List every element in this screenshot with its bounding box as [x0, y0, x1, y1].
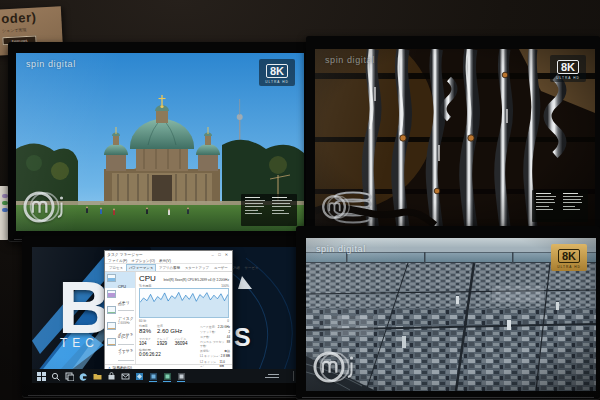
cpu-model-name: Intel(R) Xeon(R) CPU E5-2699 v4 @ 2.20GH… [163, 278, 229, 282]
close-button[interactable]: ✕ [223, 252, 230, 258]
badge-8k-ultrahd-gold: 8K ULTRA HD [551, 244, 587, 271]
spin-digital-watermark: spin digital [325, 55, 375, 65]
mail-icon[interactable] [120, 371, 130, 382]
mydrivers-watermark-logo [321, 193, 361, 221]
show-desktop-button[interactable] [293, 371, 294, 381]
cpu-utilization-graph [139, 288, 229, 318]
sidebar-item-ethernet-1[interactable]: イーサネット [105, 320, 135, 336]
ethernet-mini-graph [107, 322, 116, 330]
screen-windows-desktop: B TEC S タスク マネージャー – □ ✕ ファイル(F) オプション(O… [32, 247, 298, 383]
tab-processes[interactable]: プロセス [107, 265, 125, 271]
wallpaper-word-fragment: TEC [60, 336, 99, 350]
cpu-heading: CPU [139, 274, 156, 283]
poster-subline: ションで実現 [2, 25, 58, 33]
badge-8k-text: 8K [558, 249, 580, 263]
cpu-stats: 利用率83% 速度2.60 GHz プロセス104 スレッド1929 ハンドル3… [139, 324, 195, 359]
disk-mini-graph [107, 306, 116, 314]
wallpaper-graphic-wedge [238, 276, 252, 289]
start-button[interactable] [36, 371, 46, 382]
photos-icon[interactable] [134, 371, 144, 382]
minimize-button[interactable]: – [209, 252, 216, 258]
performance-sidebar: CPU 83% 2.60GHz メモリ ディスク 0 (C:) [105, 272, 136, 364]
graph-label-60s: 60 秒 [139, 319, 146, 323]
sidebar-item-cpu[interactable]: CPU 83% 2.60GHz [105, 272, 135, 288]
menu-view[interactable]: 表示(V) [159, 259, 171, 263]
badge-ultrahd-text: ULTRA HD [551, 265, 587, 269]
task-manager-window: タスク マネージャー – □ ✕ ファイル(F) オプション(O) 表示(V) … [104, 250, 233, 372]
badge-8k-text: 8K [266, 64, 288, 78]
monitor-top-right: spin digital 8K ULTRA HD [306, 36, 600, 240]
cpu-mini-graph [107, 274, 116, 282]
memory-mini-graph [107, 290, 116, 298]
exhibition-photo: oder) ションで実現 Features [0, 0, 600, 400]
wallpaper-letter-s: S [234, 323, 251, 352]
task-view-icon[interactable] [64, 371, 74, 382]
store-icon[interactable] [106, 371, 116, 382]
monitor-top-left: spin digital 8K ULTRA HD [8, 42, 312, 242]
maximize-button[interactable]: □ [216, 252, 223, 258]
taskbar-clock[interactable] [265, 374, 279, 379]
tab-app-history[interactable]: アプリの履歴 [157, 265, 182, 271]
badge-ultrahd-text: ULTRA HD [259, 80, 295, 84]
open-app-3-icon[interactable] [176, 371, 186, 382]
sign-pill-green [2, 201, 8, 205]
tab-startup[interactable]: スタートアップ [183, 265, 211, 271]
mydrivers-watermark-logo [312, 349, 364, 385]
windows-taskbar [32, 369, 298, 383]
badge-ultrahd-text: ULTRA HD [550, 76, 586, 80]
uptime-value: 0:06:26:22 [139, 352, 161, 357]
menu-options[interactable]: オプション(O) [131, 259, 155, 263]
screen-cityscape: spin digital 8K ULTRA HD [306, 238, 596, 391]
monitor-bottom-right: spin digital 8K ULTRA HD [296, 226, 600, 400]
screen-cathedral: spin digital 8K ULTRA HD [16, 53, 304, 231]
search-icon[interactable] [50, 371, 60, 382]
badge-8k-ultrahd: 8K ULTRA HD [550, 55, 586, 82]
poster-headline: oder) [1, 8, 58, 26]
graph-label-0: 0 [227, 319, 229, 323]
spin-digital-watermark: spin digital [316, 244, 366, 254]
cpu-utilization-value: 83% [139, 328, 151, 335]
monitor-bottom-left: B TEC S タスク マネージャー – □ ✕ ファイル(F) オプション(O… [22, 236, 305, 398]
sign-pill-purple [2, 194, 8, 198]
spin-digital-watermark: spin digital [26, 59, 76, 69]
sign-pill-blue [2, 208, 8, 212]
screen-machinery: spin digital 8K ULTRA HD [315, 49, 595, 227]
handle-count: 36094 [175, 341, 188, 346]
file-explorer-icon[interactable] [92, 371, 102, 382]
task-manager-titlebar[interactable]: タスク マネージャー – □ ✕ [105, 251, 232, 258]
ethernet-mini-graph [107, 338, 116, 346]
tab-users[interactable]: ユーザー [212, 265, 230, 271]
sidebar-item-disk[interactable]: ディスク 0 (C:) [105, 304, 135, 320]
tab-details[interactable]: 詳細 [231, 265, 242, 271]
menu-file[interactable]: ファイル(F) [108, 259, 127, 263]
tab-services[interactable]: サービス [243, 265, 261, 271]
video-stats-overlay [241, 194, 297, 226]
video-stats-overlay [532, 190, 588, 222]
cpu-speed-value: 2.60 GHz [157, 328, 182, 335]
open-app-1-icon[interactable] [148, 371, 158, 382]
edge-browser-icon[interactable] [78, 371, 88, 382]
badge-8k-ultrahd: 8K ULTRA HD [259, 59, 295, 86]
sidebar-item-memory[interactable]: メモリ [105, 288, 135, 304]
task-manager-title: タスク マネージャー [107, 252, 209, 257]
sidebar-item-ethernet-2[interactable]: イーサネット [105, 336, 135, 352]
badge-8k-text: 8K [557, 60, 579, 74]
tab-performance[interactable]: パフォーマンス [126, 264, 156, 271]
task-manager-tabs: プロセス パフォーマンス アプリの履歴 スタートアップ ユーザー 詳細 サービス [105, 264, 232, 272]
cpu-performance-pane: CPU Intel(R) Xeon(R) CPU E5-2699 v4 @ 2.… [136, 272, 232, 364]
open-app-2-icon[interactable] [162, 371, 172, 382]
process-count: 104 [139, 341, 151, 346]
thread-count: 1929 [157, 341, 169, 346]
mydrivers-watermark-logo [22, 189, 74, 225]
